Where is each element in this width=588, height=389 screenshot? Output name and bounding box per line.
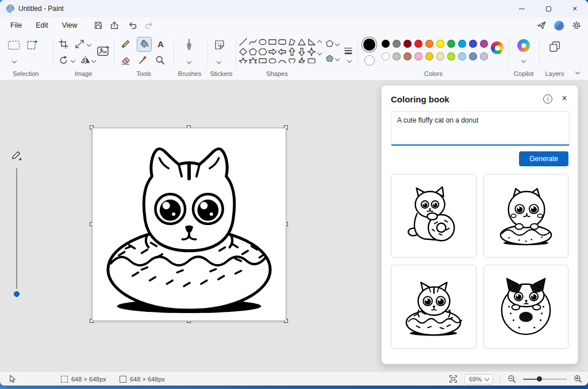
shape-polygon-button[interactable] [287,37,297,47]
file-menu[interactable]: File [3,19,29,32]
zoom-slider[interactable] [523,379,567,380]
color-swatch[interactable] [447,40,455,48]
zoom-in-button[interactable] [574,375,582,383]
resize-button[interactable] [75,39,84,49]
eyedropper-tool-button[interactable] [138,55,148,65]
shape-four-point-star-button[interactable] [306,47,316,56]
maximize-button[interactable] [535,0,562,17]
layers-button[interactable] [548,40,561,53]
thumbnail-option-4[interactable] [483,265,569,349]
flip-chevron[interactable] [92,59,95,62]
shape-oval-bubble-button[interactable] [267,56,277,63]
brushes-chevron[interactable] [187,60,191,63]
color-swatch[interactable] [403,52,412,60]
color-swatch[interactable] [414,52,422,60]
close-button[interactable]: × [562,0,588,17]
shape-diamond-button[interactable] [238,47,248,56]
shape-curve-button[interactable] [248,37,258,47]
minimize-button[interactable] [509,0,535,17]
shape-pentagon-button[interactable] [248,47,258,56]
shape-speech-bubble-button[interactable] [258,56,267,63]
color-swatch[interactable] [436,40,444,48]
view-menu[interactable]: View [55,19,84,32]
shape-fill-dropdown[interactable] [325,54,334,63]
shape-six-point-star-button[interactable] [248,56,258,63]
shape-callout-button[interactable] [306,56,316,63]
shape-triangle-button[interactable] [297,37,306,47]
copilot-button[interactable] [517,39,530,52]
shape-outline-chevron[interactable] [336,42,339,45]
fill-tool-button[interactable] [137,37,152,52]
copilot-chevron[interactable] [522,59,525,62]
settings-gear-icon[interactable] [568,19,585,32]
shape-oval-button[interactable] [258,37,267,47]
stickers-chevron[interactable] [217,60,221,63]
shape-lightning-button[interactable] [297,56,306,63]
zoom-out-button[interactable] [508,375,516,383]
shape-down-arrow-button[interactable] [297,47,306,56]
color-swatch[interactable] [382,52,390,60]
fit-to-window-button[interactable] [449,375,458,383]
magnifier-tool-button[interactable] [155,55,165,65]
color-swatch[interactable] [393,40,401,48]
crop-button[interactable] [59,39,68,49]
color-swatch[interactable] [436,52,444,60]
color-swatch[interactable] [403,40,412,48]
zoom-level-select[interactable]: 69% [464,374,493,384]
color-swatch[interactable] [425,52,433,60]
redo-button[interactable] [141,19,157,32]
text-tool-button[interactable]: A [157,39,164,49]
edit-menu[interactable]: Edit [29,19,55,32]
color-swatch[interactable] [447,52,455,60]
color-swatch[interactable] [480,52,488,60]
selection-options-chevron[interactable] [13,59,16,63]
flip-button[interactable] [80,55,90,65]
shape-up-arrow-button[interactable] [287,47,297,56]
color-swatch[interactable] [469,52,477,60]
generate-button[interactable]: Generate [519,151,568,166]
send-feedback-icon[interactable] [533,19,549,32]
panel-close-icon[interactable]: × [559,93,570,104]
edit-colors-button[interactable] [491,41,504,54]
shape-fill-chevron[interactable] [336,57,339,60]
collapse-ribbon-chevron[interactable] [576,70,579,74]
shape-cloud-button[interactable] [277,56,287,63]
color-swatch[interactable] [458,40,466,48]
stickers-button[interactable] [214,39,225,51]
color-swatch[interactable] [458,52,466,60]
rotate-chevron[interactable] [71,59,75,62]
prompt-input[interactable]: A cute fluffy cat on a donut [391,111,570,146]
thumbnail-option-1[interactable] [391,174,476,258]
brushes-button[interactable] [183,38,195,52]
shape-rounded-rectangle-button[interactable] [277,37,287,47]
zoom-slider-thumb[interactable] [537,376,542,382]
background-color-well[interactable] [364,55,375,66]
shape-right-triangle-button[interactable] [306,37,316,47]
line-size-chevron[interactable] [348,59,351,62]
drawing-canvas[interactable] [92,128,286,321]
foreground-color-well[interactable] [363,39,375,51]
shape-right-arrow-button[interactable] [267,47,277,56]
shape-left-arrow-button[interactable] [277,47,287,56]
save-button[interactable] [90,19,106,32]
resize-chevron[interactable] [87,43,91,46]
shape-line-button[interactable] [238,37,248,47]
color-swatch[interactable] [393,52,401,60]
thumbnail-option-2[interactable] [483,174,569,258]
line-size-dropdown[interactable] [344,46,353,55]
thumbnail-option-3[interactable] [391,265,476,349]
rotate-button[interactable] [59,55,68,65]
pencil-tool-button[interactable] [121,39,131,49]
account-avatar[interactable] [554,21,564,30]
shape-outline-dropdown[interactable] [325,39,334,48]
free-select-button[interactable] [26,39,39,51]
eraser-tool-button[interactable] [121,55,130,65]
shape-five-point-star-button[interactable] [238,56,248,63]
ai-image-button[interactable] [97,45,110,58]
share-button[interactable] [106,19,122,32]
shapes-scroll-down[interactable] [318,51,321,55]
color-swatch[interactable] [469,40,477,48]
shape-rectangle-button[interactable] [267,37,277,47]
color-swatch[interactable] [425,40,433,48]
pen-size-slider-track[interactable] [16,168,17,289]
